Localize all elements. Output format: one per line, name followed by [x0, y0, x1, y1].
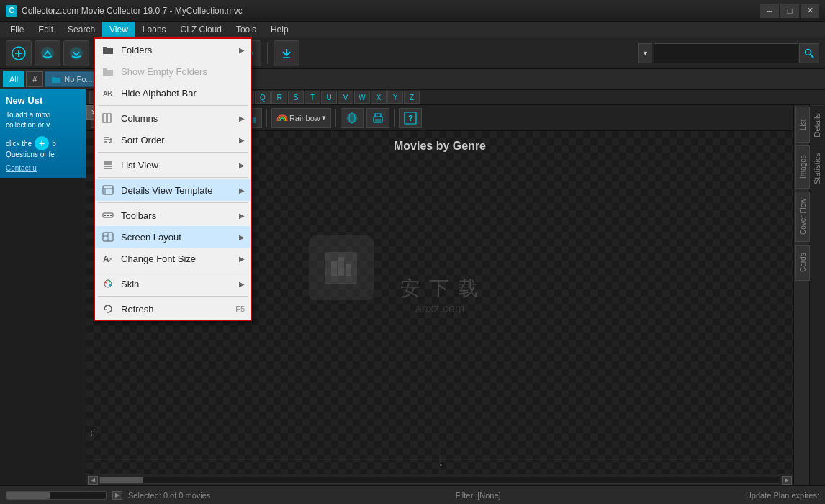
svg-rect-38: [331, 261, 337, 276]
view-tab-list[interactable]: List: [795, 107, 810, 143]
right-sidebar: Details Statistics: [809, 105, 825, 485]
view-tab-cards[interactable]: Cards: [795, 245, 810, 281]
screen-layout-arrow: ▶: [239, 233, 245, 241]
menu-clz-cloud[interactable]: CLZ Cloud: [173, 22, 229, 37]
filter-hash-button[interactable]: #: [26, 71, 43, 87]
toolbar-sep-4: [267, 42, 268, 64]
statistics-tab[interactable]: Statistics: [810, 145, 825, 192]
menu-loans[interactable]: Loans: [135, 22, 173, 37]
left-panel-bottom: [0, 178, 86, 184]
details-view-template-icon: [101, 183, 115, 197]
close-button[interactable]: ✕: [801, 4, 819, 18]
svg-point-31: [347, 113, 357, 123]
menu-hide-alphabet-bar[interactable]: AB Hide Alphabet Bar: [95, 82, 251, 104]
view-tab-cover-flow[interactable]: Cover Flow: [795, 192, 810, 242]
scrollbar-track[interactable]: [99, 477, 780, 484]
minimize-button[interactable]: ─: [760, 4, 779, 18]
menu-change-font-size[interactable]: Aa Change Font Size ▶: [95, 248, 251, 269]
view-menu: Folders ▶ Show Empty Folders AB Hide Alp…: [94, 37, 252, 321]
horizontal-scrollbar-bottom[interactable]: [6, 491, 107, 500]
down-arrow-btn[interactable]: [274, 40, 299, 66]
add-icon[interactable]: +: [35, 136, 49, 150]
rainbow-label: Rainbow: [289, 114, 320, 122]
view-tab-images[interactable]: Images: [795, 145, 810, 189]
left-panel: New Ust To add a movi collection or v cl…: [0, 89, 86, 485]
chart-print-button[interactable]: [366, 108, 389, 128]
menu-skin[interactable]: Skin ▶: [95, 273, 251, 294]
menu-view[interactable]: View: [102, 22, 135, 37]
change-font-size-icon: Aa: [101, 251, 115, 266]
alpha-u[interactable]: U: [321, 91, 337, 104]
chart-sphere-button[interactable]: [341, 108, 364, 128]
scroll-right-status-button[interactable]: ▶: [112, 491, 122, 500]
menu-edit[interactable]: Edit: [31, 22, 60, 37]
svg-point-69: [109, 284, 112, 287]
menu-sort-order[interactable]: Sort Order ▶: [95, 129, 251, 150]
menu-refresh[interactable]: Refresh F5: [95, 298, 251, 320]
update-plan-status: Update Plan expires:: [746, 491, 819, 500]
menu-search[interactable]: Search: [60, 22, 102, 37]
menu-screen-layout[interactable]: Screen Layout ▶: [95, 226, 251, 248]
alpha-y[interactable]: Y: [387, 91, 403, 104]
svg-point-3: [41, 47, 54, 60]
svg-rect-39: [338, 257, 344, 276]
svg-rect-40: [346, 264, 351, 276]
watermark-text: 安 下 载 anxz.com: [400, 275, 479, 315]
svg-rect-54: [103, 186, 113, 194]
menu-details-view-template[interactable]: Details View Template ▶: [95, 179, 251, 201]
folder-button[interactable]: No Fo...: [45, 71, 99, 87]
menu-file[interactable]: File: [3, 22, 31, 37]
chart-help-button[interactable]: ?: [399, 108, 422, 128]
alpha-r[interactable]: R: [271, 91, 287, 104]
filter-all-button[interactable]: All: [3, 71, 24, 87]
menu-show-empty-folders: Show Empty Folders: [95, 60, 251, 82]
chart-sep-5: [394, 109, 395, 127]
upload-button[interactable]: [35, 40, 60, 66]
scrollbar-thumb-bottom[interactable]: [6, 492, 50, 499]
scrollbar-thumb[interactable]: [100, 477, 143, 483]
menu-toolbars[interactable]: Toolbars ▶: [95, 204, 251, 226]
horizontal-scrollbar[interactable]: ◀ ▶: [86, 474, 793, 485]
alpha-q[interactable]: Q: [255, 91, 271, 104]
new-user-click-area: click the + b: [6, 136, 80, 150]
alpha-v[interactable]: V: [338, 91, 353, 104]
menu-folders[interactable]: Folders ▶: [95, 39, 251, 60]
menu-sep-6: [98, 296, 248, 297]
menu-columns[interactable]: Columns ▶: [95, 107, 251, 129]
window-title: Collectorz.com Movie Collector 19.0.7 - …: [22, 6, 760, 16]
sort-order-icon: [101, 132, 115, 147]
alpha-t[interactable]: T: [305, 91, 320, 104]
chart-rainbow-dropdown[interactable]: Rainbow ▾: [271, 108, 331, 128]
alpha-z[interactable]: Z: [404, 91, 420, 104]
details-tab[interactable]: Details: [810, 105, 825, 145]
search-button[interactable]: [799, 43, 819, 63]
svg-point-17: [806, 49, 811, 55]
add-movie-button[interactable]: [6, 40, 32, 66]
columns-icon: [101, 111, 115, 125]
scroll-right-button[interactable]: ▶: [782, 476, 792, 485]
chart-sep-3: [266, 109, 267, 127]
svg-point-68: [109, 281, 111, 283]
new-user-questions: Questions or fe: [6, 150, 80, 158]
svg-rect-59: [107, 215, 109, 216]
maximize-button[interactable]: □: [780, 4, 799, 18]
menu-tools[interactable]: Tools: [229, 22, 263, 37]
menu-sep-5: [98, 271, 248, 271]
svg-rect-60: [110, 215, 112, 216]
alpha-s[interactable]: S: [288, 91, 304, 104]
new-user-contact: Contact u: [6, 164, 80, 172]
svg-point-67: [105, 282, 107, 284]
svg-rect-46: [107, 114, 111, 122]
download-button[interactable]: [63, 40, 89, 66]
contact-link[interactable]: Contact u: [6, 164, 37, 172]
scroll-left-button[interactable]: ◀: [88, 476, 98, 485]
change-font-size-arrow: ▶: [239, 255, 245, 263]
menu-help[interactable]: Help: [263, 22, 296, 37]
search-dropdown-button[interactable]: ▼: [638, 43, 652, 63]
menu-list-view[interactable]: List View ▶: [95, 154, 251, 176]
skin-icon: [101, 276, 115, 291]
alpha-x[interactable]: X: [371, 91, 387, 104]
alpha-w[interactable]: W: [354, 91, 370, 104]
search-input[interactable]: [654, 43, 798, 63]
svg-line-18: [811, 54, 814, 58]
